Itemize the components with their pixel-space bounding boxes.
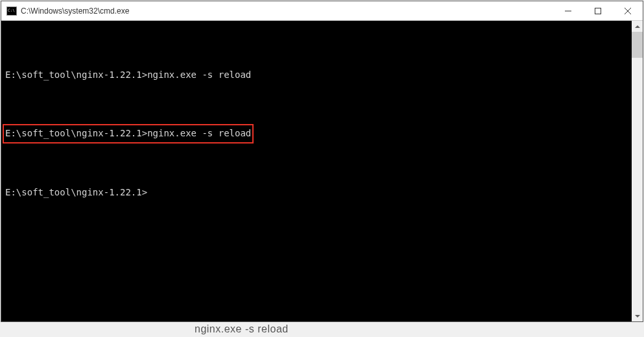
terminal-area[interactable]: E:\soft_tool\nginx-1.22.1>nginx.exe -s r… [1, 21, 632, 321]
cmd-window: C:\Windows\system32\cmd.exe E:\soft_tool… [1, 1, 643, 322]
command: nginx.exe -s reload [147, 128, 251, 138]
terminal-line: E:\soft_tool\nginx-1.22.1>nginx.exe -s r… [5, 65, 628, 84]
scroll-down-button[interactable] [632, 310, 643, 321]
window-controls [553, 1, 643, 20]
chevron-up-icon [635, 25, 640, 28]
scroll-up-button[interactable] [632, 21, 643, 32]
svg-marker-4 [635, 25, 640, 28]
close-button[interactable] [613, 1, 643, 20]
highlight-annotation: E:\soft_tool\nginx-1.22.1>nginx.exe -s r… [3, 124, 254, 143]
terminal-line: E:\soft_tool\nginx-1.22.1> [5, 182, 628, 202]
svg-rect-1 [595, 8, 601, 14]
prompt: E:\soft_tool\nginx-1.22.1> [5, 187, 147, 197]
chevron-down-icon [635, 315, 640, 318]
window-title: C:\Windows\system32\cmd.exe [21, 6, 553, 16]
maximize-button[interactable] [583, 1, 613, 20]
scroll-thumb[interactable] [632, 32, 643, 58]
minimize-button[interactable] [553, 1, 583, 20]
titlebar[interactable]: C:\Windows\system32\cmd.exe [1, 1, 643, 21]
maximize-icon [595, 8, 601, 14]
terminal-wrapper: E:\soft_tool\nginx-1.22.1>nginx.exe -s r… [1, 21, 643, 321]
scroll-track[interactable] [632, 32, 643, 310]
background-text: nginx.exe -s reload [195, 323, 289, 335]
terminal-line: E:\soft_tool\nginx-1.22.1>nginx.exe -s r… [5, 123, 628, 143]
vertical-scrollbar[interactable] [632, 21, 643, 321]
close-icon [625, 8, 631, 14]
svg-marker-5 [635, 315, 640, 318]
prompt: E:\soft_tool\nginx-1.22.1> [5, 128, 147, 138]
minimize-icon [565, 8, 571, 14]
command: nginx.exe -s reload [147, 69, 251, 80]
cmd-icon [6, 6, 17, 16]
prompt: E:\soft_tool\nginx-1.22.1> [5, 69, 147, 80]
